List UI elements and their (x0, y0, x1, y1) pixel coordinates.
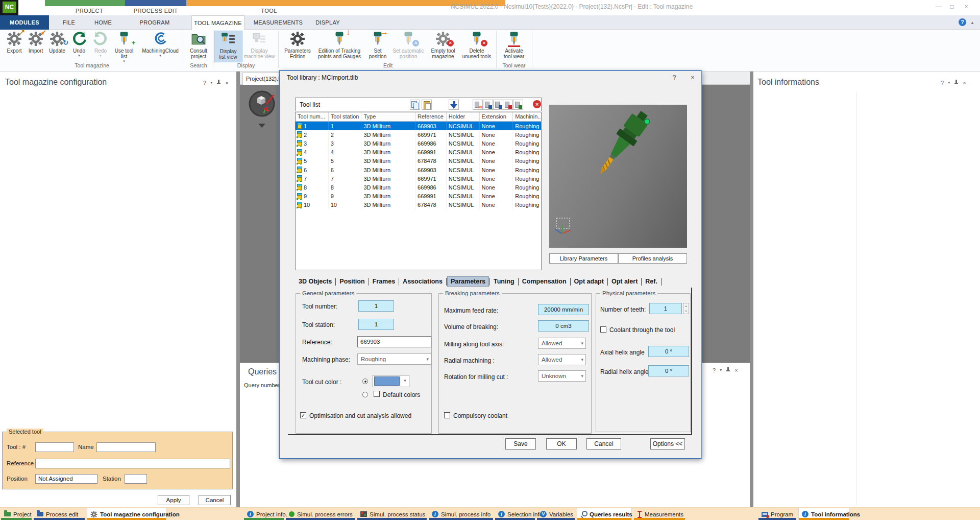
close-icon[interactable]: × (963, 80, 966, 86)
empty-tool-magazine-button[interactable]: × Empty tool magazine (428, 31, 458, 62)
chevron-down-icon[interactable]: ▾ (948, 80, 950, 86)
undo-button[interactable]: Undo ▾ (70, 31, 88, 62)
axial-helix-angle-field[interactable]: 0 ° (648, 346, 689, 357)
coolant-through-tool-checkbox[interactable] (600, 326, 606, 333)
help-icon[interactable]: ? (941, 80, 944, 86)
table-row[interactable]: 9 9 3D Millturn 669991 NCSIMUL None Roug… (296, 192, 541, 201)
copy-icon[interactable] (410, 100, 420, 110)
column-header[interactable]: Machinin... (513, 112, 541, 121)
tool-station-field[interactable]: 1 (358, 319, 394, 330)
tab-tuning[interactable]: Tuning (491, 277, 518, 286)
volume-of-breaking-field[interactable]: 0 cm3 (538, 320, 589, 332)
radial-machining-dropdown[interactable]: Allowed▾ (538, 354, 586, 365)
activate-tool-wear-button[interactable]: Activate tool wear (499, 31, 529, 62)
table-row[interactable]: 10 10 3D Millturn 678478 NCSIMUL None Ro… (296, 201, 541, 209)
help-icon[interactable]: ? (713, 367, 716, 373)
export-button[interactable]: ↗ Export (4, 31, 24, 62)
machining-phase-dropdown[interactable]: Roughing▾ (357, 353, 431, 365)
save-button[interactable]: Save (505, 438, 536, 450)
machiningcloud-button[interactable]: MachiningCloud ▾ (138, 31, 182, 62)
delete-unused-tools-button[interactable]: × Delete unused tools (460, 31, 494, 62)
duplicate-tool-green-icon[interactable] (513, 100, 523, 110)
help-icon[interactable]: ? (959, 18, 966, 26)
reference-field[interactable] (35, 459, 230, 468)
default-colors-checkbox[interactable] (374, 391, 380, 397)
reference-field[interactable]: 669903 (357, 336, 431, 347)
compulsory-coolant-checkbox[interactable] (444, 412, 450, 418)
display-machine-view-button[interactable]: Display machine view (243, 31, 276, 62)
ok-button[interactable]: OK (546, 438, 577, 450)
pin-icon[interactable] (216, 80, 221, 86)
tab-opt-adapt[interactable]: Opt adapt (571, 277, 607, 286)
table-row[interactable]: 4 4 3D Millturn 669991 NCSIMUL None Roug… (296, 148, 541, 157)
cancel-button[interactable]: Cancel (586, 438, 621, 450)
tab-tool-magazine[interactable]: TOOL MAGAZINE (191, 15, 244, 30)
delete-tool-icon[interactable]: × (532, 100, 542, 110)
statusbar-tab-measurements[interactable]: Measurements (634, 508, 685, 520)
consult-project-button[interactable]: Consult project (185, 31, 212, 62)
import-button[interactable]: ↙ Import (26, 31, 46, 62)
tab-position[interactable]: Position (336, 277, 368, 286)
panel-splitter[interactable] (236, 72, 240, 507)
column-header[interactable]: Tool num... (296, 112, 329, 121)
close-icon[interactable]: × (225, 80, 228, 86)
position-field[interactable]: Not Assigned (35, 474, 97, 484)
machiningcloud-dropdown-icon[interactable]: ▾ (138, 54, 182, 57)
redo-button[interactable]: Redo ▾ (91, 31, 110, 62)
cut-color-dropdown[interactable]: ▾ (373, 375, 409, 387)
tab-opt-alert[interactable]: Opt alert (608, 277, 641, 286)
update-button[interactable]: ↻ Update (47, 31, 67, 62)
maximize-button[interactable]: □ (946, 3, 958, 10)
add-tool-icon[interactable] (483, 100, 493, 110)
tab-3d-objects[interactable]: 3D Objects (296, 277, 335, 286)
milling-along-axis-dropdown[interactable]: Allowed▾ (538, 338, 586, 349)
cancel-button[interactable]: Cancel (199, 495, 231, 505)
tab-program[interactable]: PROGRAM (138, 15, 172, 30)
tool-3d-preview[interactable] (549, 105, 687, 248)
help-icon[interactable]: ? (670, 74, 678, 81)
viewport-tab[interactable]: Project(132).N (242, 73, 282, 85)
tab-display[interactable]: DISPLAY (311, 15, 344, 30)
panel-splitter[interactable] (750, 72, 753, 507)
table-row[interactable]: 5 5 3D Millturn 678478 NCSIMUL None Roug… (296, 157, 541, 166)
statusbar-tab-simul-process-status[interactable]: Simul. process status (357, 508, 427, 520)
pin-icon[interactable] (954, 80, 959, 86)
pin-icon[interactable] (726, 367, 730, 373)
apply-button[interactable]: Apply (158, 495, 189, 505)
number-of-teeth-field[interactable]: 1 (649, 303, 682, 314)
close-button[interactable]: × (961, 3, 972, 10)
collapse-ribbon-icon[interactable]: ▲ (970, 20, 974, 25)
statusbar-tab-process-edit[interactable]: Process edit (34, 508, 85, 520)
statusbar-tab-simul-process-errors[interactable]: Simul. process errors (286, 508, 355, 520)
tab-frames[interactable]: Frames (370, 277, 398, 286)
library-parameters-button[interactable]: Library Parameters (549, 253, 618, 264)
help-icon[interactable]: ? (203, 80, 206, 86)
chevron-down-icon[interactable]: ▾ (720, 367, 722, 373)
statusbar-tab-selection-info[interactable]: i Selection info (495, 508, 535, 520)
parameters-edition-button[interactable]: Parameters Edition (282, 31, 313, 62)
statusbar-tab-variables[interactable]: V Variables (537, 508, 575, 520)
statusbar-tab-program[interactable]: Program (758, 508, 796, 520)
statusbar-tab-project-info[interactable]: i Project info. (244, 508, 284, 520)
options-button[interactable]: Options << (650, 438, 685, 450)
tab-parameters[interactable]: Parameters (447, 276, 489, 287)
use-tool-list-button[interactable]: + Use tool list ▾ (110, 31, 138, 62)
tab-compensation[interactable]: Compensation (519, 277, 570, 286)
set-automatic-position-button[interactable]: A Set automatic position (390, 31, 427, 62)
table-row[interactable]: 3 3 3D Millturn 669986 NCSIMUL None Roug… (296, 139, 541, 148)
table-row[interactable]: 8 8 3D Millturn 669986 NCSIMUL None Roug… (296, 183, 541, 192)
optimisation-checkbox[interactable]: ✓ (300, 412, 306, 418)
statusbar-tab-project[interactable]: Project (1, 508, 32, 520)
edition-tracking-points-button[interactable]: ↓ Edition of Tracking points and Gauges (313, 31, 366, 62)
modules-button[interactable]: MODULES (0, 15, 49, 30)
use-tool-list-dropdown-icon[interactable]: ▾ (110, 59, 138, 63)
station-field[interactable] (125, 474, 147, 484)
tab-file[interactable]: FILE (55, 15, 83, 30)
custom-color-radio[interactable] (362, 379, 368, 384)
tab-associations[interactable]: Associations (400, 277, 446, 286)
column-header[interactable]: Reference (415, 112, 447, 121)
import-tool-icon[interactable] (449, 100, 459, 110)
table-row[interactable]: 6 6 3D Millturn 669903 NCSIMUL None Roug… (296, 166, 541, 174)
duplicate-tool-red-icon[interactable] (503, 100, 513, 110)
statusbar-tab-queries-results[interactable]: Queries results (577, 508, 632, 520)
